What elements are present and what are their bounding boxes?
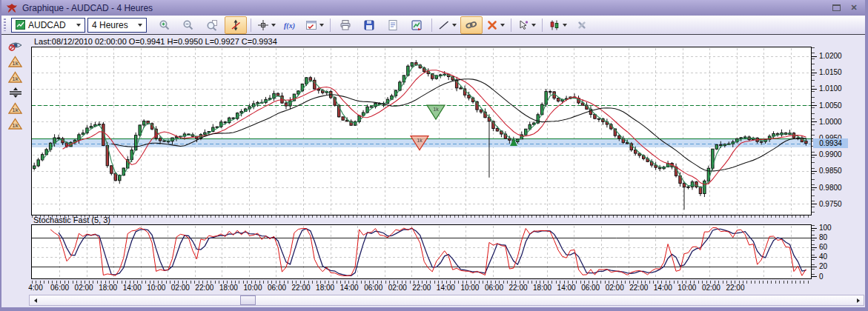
scroll-right-button[interactable]: [852, 295, 864, 305]
candlestick-tool-button[interactable]: [546, 16, 569, 34]
fit-vertical-scale-button[interactable]: [225, 16, 247, 34]
price-axis-label: 1.0100: [819, 84, 855, 93]
symbol-combo-value: AUDCAD: [28, 20, 73, 30]
svg-text:f(x): f(x): [284, 21, 295, 30]
link-tool-button[interactable]: [460, 16, 483, 34]
svg-text:1k: 1k: [12, 122, 19, 129]
chevron-down-icon: [76, 24, 81, 27]
time-axis-label: 10:00: [239, 284, 266, 292]
close-button[interactable]: ✕: [847, 3, 861, 13]
price-axis-tick: [812, 121, 817, 122]
time-axis-label: 14:00: [553, 284, 580, 292]
svg-text:1k: 1k: [12, 76, 19, 82]
scroll-left-button[interactable]: [30, 295, 41, 305]
last-quote-info: Last:08/12/2010 02:00:00 O=0.9941 H=0.99…: [34, 37, 277, 46]
price-axis-tick: [812, 187, 817, 188]
alarm-1k-icon[interactable]: 1k: [7, 101, 24, 115]
price-axis-tick: [812, 155, 817, 156]
price-axis-label: 0.9750: [819, 200, 855, 208]
time-axis-label: 06:00: [360, 284, 387, 292]
pointer-icon: [517, 19, 529, 31]
stoch-axis-label: 60: [819, 243, 841, 251]
time-axis-label: 06:00: [577, 284, 604, 292]
document-icon: [387, 19, 399, 31]
price-axis-tick: [812, 89, 817, 90]
price-axis-tick: [812, 73, 817, 73]
delete-x-icon: [486, 19, 498, 31]
alarm-1k-icon[interactable]: 1k: [7, 54, 24, 68]
main-chart-panel: [31, 47, 812, 215]
alarm-1k-icon[interactable]: 1k: [7, 70, 24, 84]
price-axis-tick: [812, 105, 817, 106]
price-axis-label: 1.0000: [819, 118, 855, 126]
toolbar-separator: [431, 19, 432, 32]
stoch-axis-tick: [812, 238, 817, 238]
maximize-button[interactable]: [829, 3, 843, 13]
time-axis-label: 18:00: [95, 284, 122, 292]
stoch-axis-label: 80: [819, 233, 841, 241]
price-axis-tick: [812, 56, 817, 57]
symbol-combo[interactable]: AUDCAD: [11, 18, 85, 33]
stochastic-canvas[interactable]: [32, 225, 811, 278]
price-axis-label: 1.0050: [819, 101, 855, 110]
horizontal-scrollbar[interactable]: [29, 295, 864, 306]
time-axis-label: 18:00: [312, 284, 339, 292]
time-axis-label: 06:00: [264, 284, 291, 292]
indicator-window-button[interactable]: [303, 16, 326, 34]
time-axis-label: 02:00: [698, 284, 724, 292]
stoch-axis-tick: [812, 257, 817, 258]
stoch-axis-label: 100: [819, 224, 841, 232]
alarm-1k-icon[interactable]: 1k: [7, 116, 24, 130]
save-chart-button[interactable]: [405, 16, 428, 34]
chevron-down-icon: [452, 24, 457, 27]
time-axis-label: 14:00: [432, 284, 459, 292]
crosshair-icon: [257, 19, 269, 31]
line-tool-button[interactable]: [436, 16, 459, 34]
time-axis-label: 02:00: [384, 284, 411, 292]
time-axis-label: 22:00: [505, 284, 531, 292]
chevron-down-icon: [500, 24, 505, 27]
price-levels-icon[interactable]: [7, 85, 24, 99]
print-icon: [339, 19, 351, 31]
time-axis-label: 02:00: [70, 284, 97, 292]
current-price-badge: 0.9934: [813, 138, 848, 148]
main-chart-canvas[interactable]: [32, 47, 811, 215]
stoch-axis-label: 20: [819, 262, 841, 270]
time-axis-label: 14:00: [649, 284, 676, 292]
timeframe-combo[interactable]: 4 Heures: [87, 18, 147, 33]
toolbar-separator: [542, 19, 543, 32]
scrollbar-thumb[interactable]: [240, 295, 256, 305]
crosshair-button[interactable]: [255, 16, 278, 34]
maximize-icon: [832, 4, 841, 11]
print-button[interactable]: [334, 16, 357, 34]
titlebar[interactable]: Graphique - AUDCAD - 4 Heures ✕: [1, 0, 865, 16]
price-axis-label: 0.9850: [819, 167, 855, 175]
window-title: Graphique - AUDCAD - 4 Heures: [22, 3, 153, 13]
export-document-button[interactable]: [382, 16, 404, 34]
alert-sidebar: 1k1k1k1k: [1, 36, 29, 298]
zoom-in-button[interactable]: [153, 16, 176, 34]
svg-text:1k: 1k: [12, 107, 19, 113]
price-axis-tick: [812, 171, 817, 172]
arrow-left-icon: [34, 298, 37, 303]
zoom-out-button[interactable]: [177, 16, 199, 34]
toolbar-grip[interactable]: [4, 19, 6, 31]
toolbar-separator: [251, 19, 251, 32]
function-button[interactable]: f(x): [279, 16, 302, 34]
hide-alerts-icon[interactable]: [7, 39, 24, 53]
stochastic-panel: [31, 224, 812, 279]
stoch-axis-tick: [812, 247, 817, 248]
delete-tool-button[interactable]: [484, 16, 507, 34]
zoom-page-icon: [206, 19, 218, 31]
zoom-page-button[interactable]: [201, 16, 223, 34]
save-chart-icon: [411, 19, 423, 31]
save-button[interactable]: [358, 16, 380, 34]
time-axis-label: 10:00: [143, 284, 170, 292]
time-axis-label: 02:00: [601, 284, 628, 292]
time-axis-label: 22:00: [722, 284, 749, 292]
time-axis-label: 10:00: [674, 284, 700, 292]
pointer-tool-button[interactable]: [515, 16, 538, 34]
time-axis-label: 22:00: [626, 284, 652, 292]
tools-icon: [576, 19, 588, 31]
settings-tools-button[interactable]: [571, 16, 593, 34]
